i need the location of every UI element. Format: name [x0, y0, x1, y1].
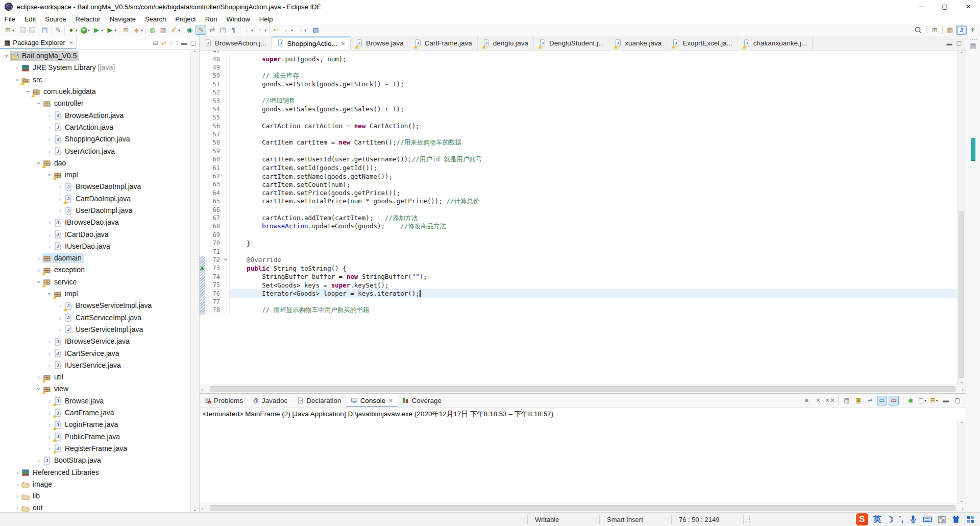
- code-line-56[interactable]: 56 CartAction cartAction = new CartActio…: [200, 122, 957, 130]
- console-output[interactable]: ⌃ ⌄: [200, 420, 966, 504]
- link-with-editor-button[interactable]: ⇄: [161, 39, 166, 46]
- editor-tab-xuanke-java[interactable]: Jxuanke.java: [609, 36, 667, 50]
- console-vertical-scrollbar[interactable]: ⌃ ⌄: [957, 420, 966, 504]
- tree-item-impl[interactable]: ›impl: [0, 288, 190, 300]
- tree-item-view[interactable]: ›view: [0, 383, 190, 395]
- chevron-collapsed-icon[interactable]: ›: [57, 302, 64, 309]
- new-wizard-button[interactable]: ⊞▾: [3, 26, 15, 35]
- code-line-61[interactable]: 61 cartItem.setId(goods.getId());: [200, 163, 957, 172]
- chevron-collapsed-icon[interactable]: ›: [46, 219, 53, 226]
- chevron-collapsed-icon[interactable]: ›: [57, 183, 64, 190]
- code-line-64[interactable]: 64 cartItem.setPrice(goods.getPrice());: [200, 189, 957, 197]
- debug-button[interactable]: ●▾: [66, 26, 79, 35]
- tree-item-publicframe-java[interactable]: ›JPublicFrame.java: [0, 431, 190, 443]
- maximize-view-button[interactable]: ▢: [952, 396, 963, 405]
- toolbox-icon[interactable]: [966, 515, 975, 524]
- tree-item-image[interactable]: ›image: [0, 479, 190, 490]
- fold-collapse-icon[interactable]: ⊖: [222, 256, 230, 264]
- clear-console-button[interactable]: ▤: [842, 396, 852, 405]
- code-line-48[interactable]: 48 super.put(goods, num);: [200, 55, 957, 63]
- link-editor-button[interactable]: ⇄: [207, 26, 217, 35]
- word-wrap-button[interactable]: ↵: [865, 396, 875, 405]
- scroll-up-icon[interactable]: ⌃: [960, 51, 964, 57]
- tree-item-cartaction-java[interactable]: ›JCartAction.java: [0, 122, 190, 133]
- scroll-up-icon[interactable]: ⌃: [193, 50, 197, 56]
- open-resource-button[interactable]: ▥: [158, 26, 168, 35]
- tree-item-iuserservice-java[interactable]: ›JIUserService.java: [0, 360, 190, 371]
- open-file-button[interactable]: ▧: [311, 26, 321, 35]
- prev-annotation-button[interactable]: ↑▾: [255, 26, 267, 35]
- menu-help[interactable]: Help: [255, 14, 278, 24]
- scroll-left-icon[interactable]: ‹: [202, 505, 204, 511]
- scroll-left-icon[interactable]: ‹: [202, 386, 204, 392]
- chevron-collapsed-icon[interactable]: ›: [46, 397, 53, 405]
- save-all-button[interactable]: [28, 26, 36, 35]
- tree-item-icartdao-java[interactable]: ›JICartDao.java: [0, 228, 190, 240]
- tree-item-bailongma-v0-5[interactable]: ›JBaiLongMa_V0.5: [0, 50, 190, 62]
- tree-item-ibrowseservice-java[interactable]: ›JIBrowseService.java: [0, 336, 190, 347]
- console-tab-javadoc[interactable]: @Javadoc: [248, 394, 292, 407]
- chevron-collapsed-icon[interactable]: ›: [35, 254, 42, 262]
- chevron-collapsed-icon[interactable]: ›: [46, 148, 53, 155]
- sogou-logo-icon[interactable]: S: [856, 513, 868, 525]
- chevron-collapsed-icon[interactable]: ›: [46, 433, 53, 441]
- scroll-right-icon[interactable]: ›: [962, 386, 964, 392]
- run-button[interactable]: ▾: [80, 26, 91, 35]
- chevron-collapsed-icon[interactable]: ›: [57, 207, 64, 214]
- scroll-up-icon[interactable]: ⌃: [960, 421, 964, 426]
- new-class-button[interactable]: ◍: [148, 26, 157, 35]
- debug-perspective-button[interactable]: ✳: [968, 26, 977, 35]
- editor-tab-denglu-java[interactable]: Jdenglu.java: [478, 36, 534, 50]
- scroll-down-icon[interactable]: ⌄: [193, 507, 197, 512]
- dropdown-arrow-icon[interactable]: ▾: [924, 398, 926, 403]
- chevron-collapsed-icon[interactable]: ›: [57, 326, 64, 333]
- skin-icon[interactable]: [951, 515, 961, 524]
- console-tab-problems[interactable]: xProblems: [200, 394, 248, 407]
- menu-search[interactable]: Search: [140, 14, 170, 24]
- dropdown-arrow-icon[interactable]: ▾: [251, 28, 253, 33]
- console-tab-console[interactable]: Console✕: [346, 394, 398, 407]
- tree-item-lib[interactable]: ›lib: [0, 490, 190, 502]
- next-annotation-button[interactable]: ↓▾: [242, 26, 254, 35]
- show-on-stdout-toggle[interactable]: ▭: [877, 396, 887, 405]
- menu-source[interactable]: Source: [40, 14, 70, 24]
- editor-horizontal-scrollbar[interactable]: ‹ ›: [200, 385, 966, 393]
- tree-item-cartdaoimpl-java[interactable]: ›JCartDaoImpl.java: [0, 193, 190, 205]
- code-line-66[interactable]: 66: [200, 205, 957, 213]
- tree-item-cartframe-java[interactable]: ›JCartFrame.java: [0, 407, 190, 419]
- moon-icon[interactable]: ☽: [887, 515, 894, 524]
- tree-item-userserviceimpl-java[interactable]: ›JUserServiceImpl.java: [0, 324, 190, 336]
- coverage-button[interactable]: ▶▾: [92, 26, 104, 35]
- code-line-54[interactable]: 54 goods.setSales(goods.getSales() + 1);: [200, 105, 957, 113]
- display-console-button[interactable]: ▢▾: [917, 396, 927, 405]
- tree-item-service[interactable]: ›service: [0, 276, 190, 288]
- chevron-collapsed-icon[interactable]: ›: [57, 314, 64, 322]
- code-line-76[interactable]: 76 Iterator<Goods> looper = keys.iterato…: [200, 289, 957, 297]
- editor-tab-cartframe-java[interactable]: JCartFrame.java: [409, 36, 478, 50]
- code-line-58[interactable]: 58 CartItem cartItem = new CartItem();//…: [200, 138, 957, 147]
- menu-project[interactable]: Project: [170, 14, 200, 24]
- chevron-collapsed-icon[interactable]: ›: [46, 231, 53, 238]
- chevron-collapsed-icon[interactable]: ›: [14, 481, 21, 488]
- java-perspective-button[interactable]: J: [956, 26, 967, 35]
- code-line-59[interactable]: 59: [200, 147, 957, 155]
- code-line-77[interactable]: 77: [200, 298, 957, 306]
- code-line-71[interactable]: 71: [200, 247, 957, 255]
- chevron-collapsed-icon[interactable]: ›: [46, 421, 53, 428]
- tree-item-util[interactable]: ›util: [0, 371, 190, 383]
- chevron-collapsed-icon[interactable]: ›: [46, 409, 53, 417]
- mark-element-button[interactable]: ✎: [53, 26, 63, 35]
- tree-item-ibrowsedao-java[interactable]: ›JIBrowseDao.java: [0, 217, 190, 228]
- dropdown-arrow-icon[interactable]: ▾: [264, 28, 266, 33]
- tree-item-browseaction-java[interactable]: ›JBrowseAction.java: [0, 109, 190, 121]
- chevron-collapsed-icon[interactable]: ›: [46, 362, 53, 369]
- open-console-button[interactable]: ⊞▾: [929, 396, 939, 405]
- forward-history-button[interactable]: →▾: [295, 26, 307, 35]
- minimize-view-button[interactable]: ▬: [941, 396, 951, 405]
- lang-english-icon[interactable]: 英: [873, 514, 881, 525]
- chevron-expanded-icon[interactable]: ›: [35, 100, 43, 107]
- chevron-collapsed-icon[interactable]: ›: [46, 112, 53, 119]
- tree-item-userdaoimpl-java[interactable]: ›JUserDaoImpl.java: [0, 205, 190, 217]
- last-edit-location-button[interactable]: ↩: [271, 26, 281, 35]
- new-element-button[interactable]: ◉: [185, 26, 194, 35]
